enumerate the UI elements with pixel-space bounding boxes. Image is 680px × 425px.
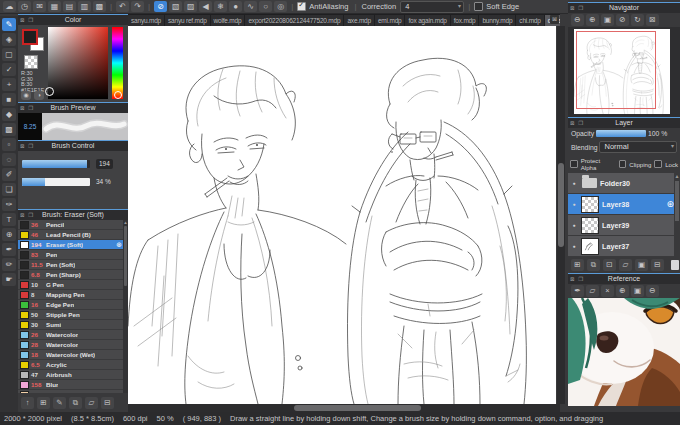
transfer-layer-icon[interactable]: ⊡ (603, 259, 616, 271)
gear-icon[interactable]: ⊛ (116, 241, 122, 249)
brush-item[interactable]: 6.5Acrylic (18, 360, 128, 370)
tool-brush[interactable]: ✎ (2, 18, 16, 31)
add-brush-icon[interactable]: ⊞ (37, 397, 50, 409)
target-icon[interactable]: ◎ (274, 1, 287, 12)
tool-bucket[interactable]: ◆ (2, 108, 16, 121)
popout-icon[interactable]: ❐ (578, 120, 584, 126)
close-icon[interactable]: ⊠ (570, 276, 576, 282)
brush-item[interactable]: 50Stipple Pen (18, 310, 128, 320)
ellipse-icon[interactable]: ○ (259, 1, 272, 12)
layer-row-layer39[interactable]: ●Layer39 (568, 215, 678, 236)
layer-opacity-slider[interactable] (596, 130, 646, 137)
layer-visibility-toggle[interactable]: ● (570, 222, 578, 228)
layer-row-layer37[interactable]: ●Layer37 (568, 236, 678, 257)
navigator-view-rect[interactable] (576, 31, 656, 109)
zoom-out-icon[interactable]: ⊖ (571, 14, 584, 26)
layer-row-folder30[interactable]: ●Folder30 (568, 173, 678, 194)
folder-icon[interactable]: ▣ (635, 259, 648, 271)
chat-icon[interactable]: ✉ (33, 1, 46, 12)
tool-move[interactable]: + (2, 78, 16, 91)
zoom-reset-icon[interactable]: ⊘ (616, 14, 629, 26)
close-icon[interactable]: ⊠ (570, 5, 576, 11)
brush-item[interactable]: 8Mapping Pen (18, 290, 128, 300)
tool-select-rect[interactable]: ▢ (2, 48, 16, 61)
tool-select[interactable]: ▫ (2, 138, 16, 151)
popout-icon[interactable]: ❐ (28, 105, 34, 111)
tool-hand[interactable]: ☛ (2, 273, 16, 286)
tab-sanyu-mdp[interactable]: sanyu.mdp (128, 15, 164, 26)
canvas-vertical-scrollbar[interactable] (557, 26, 565, 404)
brush-mode-icon[interactable]: ⊘ (154, 1, 167, 12)
popout-icon[interactable]: ❐ (578, 276, 584, 282)
import-brush-icon[interactable]: ⧉ (69, 397, 82, 409)
blending-dropdown[interactable]: Normal (599, 141, 677, 153)
close-icon[interactable]: ⊠ (20, 212, 26, 218)
tab-export202208062124477520-mdp[interactable]: export202208062124477520.mdp (245, 15, 343, 26)
brush-item[interactable]: 46Lead Pencil (B) (18, 230, 128, 240)
layer-row-layer38[interactable]: ●Layer38⊛ (568, 194, 678, 215)
brush-item[interactable]: 16Edge Pen (18, 300, 128, 310)
transparent-color-swatch[interactable] (24, 55, 38, 69)
reference-image[interactable] (568, 298, 680, 406)
tool-operation[interactable]: ❏ (2, 183, 16, 196)
brush-menu-icon[interactable]: ✎ (53, 397, 66, 409)
soft-edge-checkbox[interactable] (474, 2, 483, 11)
add-layer-icon[interactable]: ⊞ (571, 259, 584, 271)
brush-folder-icon[interactable]: ▱ (85, 397, 98, 409)
hue-slider[interactable] (112, 27, 123, 99)
triangle-icon[interactable]: ◀ (199, 1, 212, 12)
brush-item[interactable]: 6.8Pen (Sharp) (18, 270, 128, 280)
tool-eyedropper[interactable]: ✒ (2, 243, 16, 256)
rotate-reset-icon[interactable]: ↻ (631, 14, 644, 26)
lock-checkbox[interactable] (654, 160, 662, 168)
brush-item[interactable]: 30Sumi (18, 320, 128, 330)
add-folder-icon[interactable]: ▱ (619, 259, 632, 271)
zoom-in-icon[interactable]: ⊕ (586, 14, 599, 26)
tool-pen[interactable]: ✏ (2, 258, 16, 271)
layer-visibility-toggle[interactable]: ● (570, 180, 578, 186)
shape-2-icon[interactable]: ▨ (184, 1, 197, 12)
tool-fill-rect[interactable]: ■ (2, 93, 16, 106)
redo-icon[interactable]: ↷ (131, 1, 144, 12)
tab-close-button[interactable]: ⊠ (550, 15, 559, 24)
circle-icon[interactable]: ● (229, 1, 242, 12)
clipping-checkbox[interactable] (619, 160, 627, 168)
tab-bunny-mdp[interactable]: bunny.mdp (479, 15, 515, 26)
grid-icon[interactable]: ▩ (93, 1, 106, 12)
open-image-icon[interactable]: ▱ (586, 285, 599, 297)
layer-visibility-toggle[interactable]: ● (570, 243, 578, 249)
popout-icon[interactable]: ❐ (28, 17, 34, 23)
correction-dropdown[interactable]: 4 (400, 1, 464, 13)
tool-gradient[interactable]: ▩ (2, 123, 16, 136)
tool-select-pen[interactable]: ✐ (2, 168, 16, 181)
brush-item[interactable]: 28Watercolor (18, 340, 128, 350)
fit-window-icon[interactable]: ▣ (601, 14, 614, 26)
color-set-button[interactable]: ◑ (34, 91, 44, 100)
tool-text[interactable]: T (2, 213, 16, 226)
popout-icon[interactable]: ❐ (28, 143, 34, 149)
brush-opacity-slider[interactable] (22, 178, 90, 186)
zoom-out-icon[interactable]: ⊖ (646, 285, 659, 297)
tool-zoom[interactable]: ⊕ (2, 228, 16, 241)
image-icon[interactable]: ▦ (48, 1, 61, 12)
flip-view-icon[interactable]: ⊠ (646, 14, 659, 26)
tool-eraser[interactable]: ◈ (2, 33, 16, 46)
layer-quick-button[interactable] (671, 260, 679, 270)
tab-sanyu-ref-mdp[interactable]: sanyu ref.mdp (165, 15, 210, 26)
remove-brush-icon[interactable]: ⊟ (101, 397, 114, 409)
clear-image-icon[interactable]: × (601, 285, 614, 297)
alarm-icon[interactable]: ◷ (18, 1, 31, 12)
tab-emi-mdp[interactable]: emi.mdp (375, 15, 405, 26)
brush-item[interactable]: 11.5Pen (Soft) (18, 260, 128, 270)
brush-size-slider[interactable] (22, 160, 90, 168)
tab-wolfe-mdp[interactable]: wolfe.mdp (211, 15, 245, 26)
brush-item[interactable]: 83Pen (18, 250, 128, 260)
brush-item[interactable]: 10G Pen (18, 280, 128, 290)
close-icon[interactable]: ⊠ (20, 143, 26, 149)
tool-magic-wand[interactable]: ✓ (2, 63, 16, 76)
color-wheel-button[interactable]: ◉ (21, 91, 31, 100)
brush-item[interactable]: 47Airbrush (18, 370, 128, 380)
eyedropper-icon[interactable]: ✒ (571, 285, 584, 297)
shape-1-icon[interactable]: ▧ (169, 1, 182, 12)
undo-icon[interactable]: ↶ (116, 1, 129, 12)
